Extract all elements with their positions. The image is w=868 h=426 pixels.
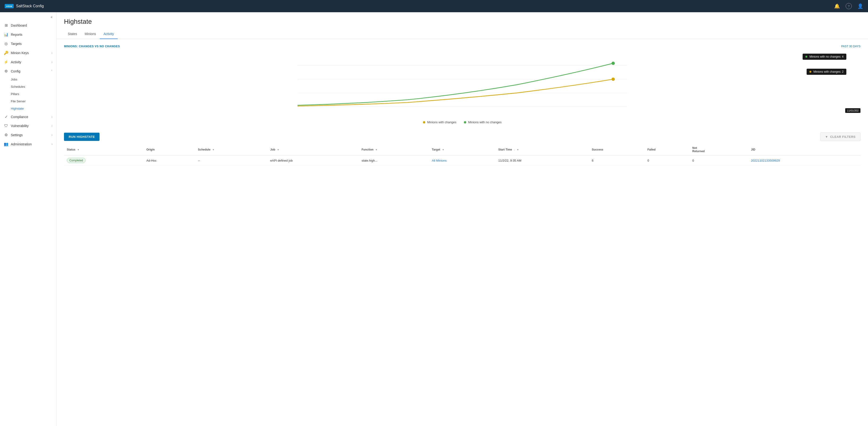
tooltip-no-changes: Minions with no changes: 4 <box>803 54 846 60</box>
activity-icon: ⚡ <box>4 60 8 64</box>
legend-dot-changes <box>423 121 425 123</box>
sidebar-item-compliance[interactable]: ✓ Compliance › <box>0 112 56 121</box>
dashboard-icon: ⊞ <box>4 23 8 28</box>
chevron-right-icon: › <box>52 60 53 64</box>
chevron-right-icon: › <box>52 133 53 137</box>
col-origin: Origin <box>144 144 195 155</box>
sidebar-sub-item-schedules[interactable]: Schedules <box>0 83 56 90</box>
compliance-icon: ✓ <box>4 115 8 119</box>
sidebar-item-dashboard[interactable]: ⊞ Dashboard <box>0 21 56 30</box>
sidebar-sub-item-file-server[interactable]: File Server <box>0 98 56 105</box>
date-tooltip: 11/01/202 <box>845 108 861 113</box>
svg-point-4 <box>612 62 615 65</box>
cell-job: eAPI defined job <box>268 155 359 165</box>
page-title: Highstate <box>64 18 861 25</box>
chart-svg <box>64 52 861 118</box>
target-link[interactable]: All Minions <box>432 159 447 162</box>
col-function: Function ▼ <box>359 144 429 155</box>
vmw-logo: vmw <box>5 4 13 8</box>
user-icon[interactable]: 👤 <box>858 3 863 9</box>
tooltip-dot-yellow <box>809 71 811 73</box>
cell-target: All Minions <box>429 155 495 165</box>
chevron-right-icon: › <box>52 124 53 127</box>
cell-success: 6 <box>589 155 645 165</box>
tooltip-changes: Minions with changes: 2 <box>807 69 846 75</box>
sidebar-item-reports[interactable]: 📊 Reports <box>0 30 56 39</box>
col-start-time: Start Time ↓ ▼ <box>495 144 589 155</box>
file-server-label: File Server <box>11 99 26 103</box>
clear-filters-button[interactable]: ▼ CLEAR FILTERS <box>820 132 861 141</box>
col-job: Job ▼ <box>268 144 359 155</box>
topbar-left: vmw SaltStack Config <box>5 4 44 8</box>
col-target: Target ▼ <box>429 144 495 155</box>
sidebar-sub-item-highstate[interactable]: Highstate <box>0 105 56 112</box>
sidebar-item-vulnerability[interactable]: 🛡 Vulnerability › <box>0 121 56 130</box>
col-success: Success <box>589 144 645 155</box>
table-row: Completed Ad-Hoc -- eAPI defined job sta <box>64 155 861 165</box>
sidebar-item-label: Reports <box>11 33 53 36</box>
sidebar-item-label: Dashboard <box>11 24 53 27</box>
table-container: Status ▼ Origin Schedule ▼ Job ▼ <box>57 144 868 171</box>
sidebar-item-label: Activity <box>11 60 49 64</box>
run-highstate-button[interactable]: RUN HIGHSTATE <box>64 133 99 141</box>
sort-desc-icon[interactable]: ↓ <box>514 148 515 151</box>
content-area: Highstate States Minions Activity MINION… <box>57 12 868 426</box>
cell-origin: Ad-Hoc <box>144 155 195 165</box>
sidebar-item-administration[interactable]: 👥 Administration › <box>0 140 56 149</box>
status-filter-icon[interactable]: ▼ <box>77 148 80 151</box>
chart-legend: Minions with changes Minions with no cha… <box>64 120 861 124</box>
chart-title: MINIONS: CHANGES VS NO CHANGES <box>64 45 120 48</box>
jobs-table: Status ▼ Origin Schedule ▼ Job ▼ <box>64 144 861 165</box>
schedules-label: Schedules <box>11 85 25 88</box>
sidebar-item-targets[interactable]: ◎ Targets <box>0 39 56 48</box>
tabs-bar: States Minions Activity <box>57 29 868 39</box>
tab-minions[interactable]: Minions <box>81 29 100 39</box>
cell-jid: 20221102133509929 <box>748 155 861 165</box>
jobs-label: Jobs <box>11 78 17 81</box>
sidebar-item-minion-keys[interactable]: 🔑 Minion Keys › <box>0 48 56 57</box>
filter-icon: ▼ <box>825 135 828 139</box>
administration-icon: 👥 <box>4 142 8 146</box>
cell-start-time: 11/2/22, 9:35 AM <box>495 155 589 165</box>
sidebar-sub-item-jobs[interactable]: Jobs <box>0 76 56 83</box>
sidebar-collapse[interactable]: « <box>0 12 56 21</box>
col-not-returned: Not Returned <box>689 144 748 155</box>
sidebar-item-activity[interactable]: ⚡ Activity › <box>0 57 56 67</box>
target-filter-icon[interactable]: ▼ <box>442 148 444 151</box>
col-failed: Failed <box>645 144 689 155</box>
notification-icon[interactable]: 🔔 <box>834 3 840 9</box>
cell-function: state.high... <box>359 155 429 165</box>
sidebar-item-label: Settings <box>11 133 49 137</box>
sidebar: « ⊞ Dashboard 📊 Reports ◎ Targets 🔑 Mini… <box>0 12 57 426</box>
minion-keys-icon: 🔑 <box>4 51 8 55</box>
settings-icon: ⚙ <box>4 133 8 137</box>
topbar-right: 🔔 ? 👤 <box>834 3 863 9</box>
chevron-down-icon: ˅ <box>51 70 53 73</box>
jid-link[interactable]: 20221102133509929 <box>751 159 780 162</box>
sidebar-item-label: Vulnerability <box>11 124 49 128</box>
tab-activity[interactable]: Activity <box>100 29 118 39</box>
main-layout: « ⊞ Dashboard 📊 Reports ◎ Targets 🔑 Mini… <box>0 12 868 426</box>
sidebar-sub-item-pillars[interactable]: Pillars <box>0 90 56 98</box>
start-time-filter-icon[interactable]: ▼ <box>517 148 519 151</box>
help-icon[interactable]: ? <box>846 3 852 9</box>
cell-schedule: -- <box>195 155 268 165</box>
sidebar-item-settings[interactable]: ⚙ Settings › <box>0 130 56 140</box>
function-filter-icon[interactable]: ▼ <box>375 148 377 151</box>
config-icon: ⚙ <box>4 69 8 73</box>
topbar: vmw SaltStack Config 🔔 ? 👤 <box>0 0 868 12</box>
schedule-filter-icon[interactable]: ▼ <box>212 148 215 151</box>
col-schedule: Schedule ▼ <box>195 144 268 155</box>
pillars-label: Pillars <box>11 92 19 96</box>
chart-period: PAST 30 DAYS <box>841 45 861 48</box>
status-badge: Completed <box>67 158 86 163</box>
job-filter-icon[interactable]: ▼ <box>277 148 279 151</box>
chevron-right-icon: › <box>52 115 53 119</box>
sidebar-item-config[interactable]: ⚙ Config ˅ <box>0 67 56 76</box>
actions-bar: RUN HIGHSTATE ▼ CLEAR FILTERS <box>57 130 868 144</box>
legend-item-changes: Minions with changes <box>423 120 456 124</box>
chart-section: MINIONS: CHANGES VS NO CHANGES PAST 30 D… <box>57 39 868 130</box>
sidebar-item-label: Targets <box>11 42 53 45</box>
table-header-row: Status ▼ Origin Schedule ▼ Job ▼ <box>64 144 861 155</box>
tab-states[interactable]: States <box>64 29 81 39</box>
